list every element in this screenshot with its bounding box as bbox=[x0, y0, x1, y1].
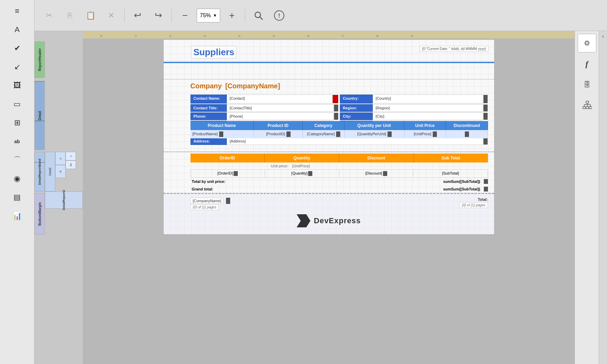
nested-re-label: Re bbox=[66, 160, 76, 169]
country-value: [Country] bbox=[373, 95, 483, 104]
order-table-header: OrderID Quantity Discount Sub Total bbox=[190, 154, 488, 163]
phone-label: Phone: bbox=[190, 112, 227, 120]
report-canvas[interactable]: 0 1 2 3 4 5 6 7 8 9 bbox=[83, 31, 575, 364]
product-table-header: Product Name Product ID Category Quantit… bbox=[190, 121, 488, 130]
order-table: OrderID Quantity Discount Sub Total Unit… bbox=[190, 154, 488, 193]
separator-1 bbox=[124, 9, 125, 22]
contact-title-value: [ContactTitle] bbox=[227, 104, 334, 112]
menu-button[interactable]: ≡ bbox=[7, 3, 28, 19]
bottom-company-name: [CompanyName] bbox=[190, 197, 230, 204]
zoom-in-button[interactable]: + bbox=[223, 7, 241, 24]
svg-point-0 bbox=[255, 12, 261, 18]
contact-name-value: [Contact] bbox=[227, 95, 332, 104]
col-quantity: Quantity bbox=[265, 154, 339, 163]
field-row-2: Contact Title: [ContactTitle] Region: [R… bbox=[190, 104, 488, 112]
data-discount: [Discount] bbox=[339, 170, 413, 177]
data-subtotal: [SubTotal] bbox=[413, 170, 487, 177]
city-value: [City] bbox=[373, 112, 483, 120]
function-button[interactable]: f bbox=[578, 55, 596, 73]
field-row-6: Address: [Address] bbox=[190, 137, 488, 145]
grid-tool[interactable]: ⊞ bbox=[7, 115, 28, 131]
devexpress-logo-area: DevExpress bbox=[297, 214, 361, 227]
company-label: Company bbox=[190, 82, 222, 90]
line-tool[interactable]: ⌒ bbox=[7, 152, 28, 168]
address-value: [Address] bbox=[227, 137, 483, 145]
label-tool[interactable]: ab bbox=[7, 133, 28, 150]
contact-indicator bbox=[333, 95, 338, 103]
nested-c2-label: C bbox=[66, 152, 76, 160]
contact-title-group: Contact Title: [ContactTitle] bbox=[190, 104, 339, 112]
chart-tool[interactable]: 📊 bbox=[7, 208, 28, 224]
country-icon bbox=[483, 95, 488, 103]
company-name-field: [CompanyName] bbox=[225, 82, 280, 90]
bottom-pages: {0} of {1} pages bbox=[190, 204, 219, 210]
country-label: Country: bbox=[340, 95, 373, 104]
detail-report2-label: DetailReport2 bbox=[45, 191, 83, 209]
separator-3 bbox=[245, 9, 245, 22]
delete-button[interactable]: ✕ bbox=[102, 7, 120, 24]
region-group: Region: [Region] bbox=[340, 104, 488, 112]
data-discontinued bbox=[446, 130, 488, 138]
dx-icon bbox=[297, 214, 311, 227]
paste-button[interactable]: 📋 bbox=[81, 7, 99, 24]
cut-button[interactable]: ✂ bbox=[40, 7, 58, 24]
detail-band: Company [CompanyName] Contact Name: [Con… bbox=[164, 79, 494, 152]
nested-r-label: R bbox=[55, 165, 66, 178]
svg-text:!: ! bbox=[278, 13, 280, 19]
info-button[interactable]: ! bbox=[270, 7, 288, 24]
grand-total-row: Grand total: sumSum([SubTotal]) bbox=[190, 185, 488, 193]
region-icon bbox=[483, 105, 488, 111]
report-header-label: ReportHeader bbox=[35, 41, 45, 78]
image-tool[interactable]: 🖼 bbox=[7, 77, 28, 94]
total-unit-price-label: Total by unit price: bbox=[190, 179, 443, 184]
order-data-row: [OrderID] [Quantity] [Discount] [SubTota… bbox=[190, 169, 488, 178]
text-tool[interactable]: A bbox=[7, 21, 28, 38]
field-row-1: Contact Name: [Contact] Country: [Countr… bbox=[190, 95, 488, 104]
contact-name-label: Contact Name: bbox=[190, 95, 227, 104]
zoom-out-button[interactable]: − bbox=[176, 7, 194, 24]
zoom-dropdown-icon: ▼ bbox=[213, 13, 217, 18]
bottom-company-field: [CompanyName] bbox=[190, 198, 224, 204]
detail-report-band: OrderID Quantity Discount Sub Total Unit… bbox=[164, 152, 494, 193]
col-subtotal: Sub Total bbox=[414, 154, 488, 163]
copy-button[interactable]: ⎘ bbox=[61, 7, 79, 24]
contact-title-label: Contact Title: bbox=[190, 104, 227, 112]
col-discount: Discount bbox=[339, 154, 414, 163]
preview-button[interactable] bbox=[249, 7, 267, 24]
grab-handle[interactable]: ‹ bbox=[599, 31, 607, 364]
redo-button[interactable]: ↪ bbox=[149, 7, 167, 24]
pie-tool[interactable]: ◉ bbox=[7, 170, 28, 187]
database-button[interactable]: 🗄 bbox=[578, 75, 596, 94]
data-product-id: [ProductID] bbox=[254, 130, 303, 138]
detail-report-band-label: DetailReportBand bbox=[35, 152, 45, 191]
bottom-margin-label: BottomMargin bbox=[35, 193, 45, 235]
undo-button[interactable]: ↩ bbox=[129, 7, 147, 24]
rect-tool[interactable]: ▭ bbox=[7, 96, 28, 112]
bottom-total-pages: {0} of {1} pages bbox=[459, 202, 488, 208]
bottom-total-label: Total: bbox=[459, 197, 488, 201]
left-toolbar: ≡ A ✔ ↙ 🖼 ▭ ⊞ ab ⌒ ◉ ▤ 📊 bbox=[0, 0, 35, 364]
top-toolbar: ✂ ⎘ 📋 ✕ ↩ ↪ − 75% ▼ + ! bbox=[35, 0, 607, 31]
company-row: Company [CompanyName] bbox=[190, 82, 280, 90]
grand-total-value: sumSum([SubTotal]) bbox=[443, 187, 483, 191]
hierarchy-button[interactable] bbox=[578, 96, 596, 115]
total-unit-price-row: Total by unit price: sumSum([SubTotal]) bbox=[190, 178, 488, 185]
settings-button[interactable]: ⚙ bbox=[578, 34, 596, 52]
barcode-tool[interactable]: ▤ bbox=[7, 189, 28, 206]
report-title: Suppliers bbox=[191, 46, 237, 59]
bottom-margin-band: [CompanyName] {0} of {1} pages Total: {0… bbox=[164, 193, 494, 235]
data-quantity-per-unit: [QuantityPerUnit] bbox=[345, 130, 405, 138]
check-tool[interactable]: ✔ bbox=[7, 40, 28, 57]
report-date: {0;"Current Date: " dddd, dd MMMM yyyy} bbox=[420, 46, 489, 52]
main-area: ✂ ⎘ 📋 ✕ ↩ ↪ − 75% ▼ + ! ReportHea bbox=[35, 0, 607, 364]
data-quantity: [Quantity] bbox=[265, 170, 339, 177]
color-bar bbox=[164, 62, 494, 63]
zoom-control[interactable]: 75% ▼ bbox=[197, 9, 220, 22]
unit-price-row: Unit price: [UnitPrice] bbox=[190, 163, 488, 169]
col-orderid: OrderID bbox=[190, 154, 265, 163]
product-table: Product Name Product ID Category Quantit… bbox=[190, 121, 488, 138]
svg-rect-4 bbox=[586, 101, 589, 103]
separator-2 bbox=[172, 9, 172, 22]
arrow-tool[interactable]: ↙ bbox=[7, 59, 28, 75]
data-unit-price: [UnitPrice] bbox=[405, 130, 446, 138]
